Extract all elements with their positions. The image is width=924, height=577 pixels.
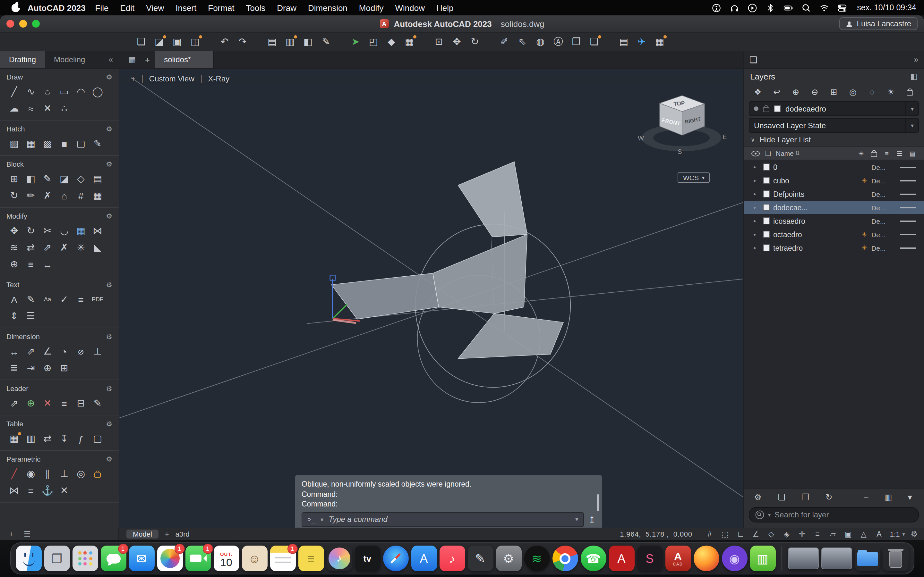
count-icon[interactable]: # — [73, 188, 89, 203]
layer-color-swatch[interactable] — [760, 218, 772, 224]
batch-plot-icon[interactable]: ▥ — [282, 34, 298, 49]
dock-contacts[interactable]: ☺ — [242, 546, 267, 571]
grid-display-icon[interactable]: # — [704, 529, 715, 539]
gear-icon[interactable]: ⚙ — [106, 332, 112, 341]
collapse-rows-icon[interactable]: − — [859, 489, 874, 504]
annotation-scale-dropdown[interactable]: 1:1 ▾ — [890, 530, 905, 538]
baseline-dimension-icon[interactable]: ≣ — [6, 360, 22, 376]
share-command-icon[interactable]: ↥ — [588, 514, 596, 524]
equal-constraint-icon[interactable]: = — [23, 483, 39, 498]
rotate-icon[interactable]: ↻ — [23, 223, 39, 239]
open-icon[interactable]: ◪ — [152, 34, 167, 49]
pan-icon[interactable]: ✥ — [449, 34, 465, 49]
tab-solidos[interactable]: solidos* — [155, 51, 213, 68]
apple-menu-icon[interactable] — [11, 3, 20, 12]
pdf-import-icon[interactable]: PDF — [90, 292, 105, 307]
menu-draw[interactable]: Draw — [271, 3, 302, 13]
multileader-icon[interactable]: ⇗ — [6, 396, 22, 411]
new-layout-button[interactable]: + — [165, 530, 169, 538]
solid-fill-icon[interactable]: ■ — [57, 136, 72, 151]
layer-color-swatch[interactable] — [760, 231, 772, 238]
lock-constraint-icon[interactable] — [90, 466, 105, 482]
layers-stack-icon[interactable]: ❏ — [750, 55, 758, 65]
ellipse-icon[interactable]: ◯ — [90, 84, 105, 99]
command-line-panel[interactable]: Oblique, non-uniformly scaled objects we… — [295, 475, 602, 528]
block-construct-icon[interactable]: ▦ — [90, 188, 105, 203]
menu-file[interactable]: File — [89, 3, 115, 13]
hide-layer-list-toggle[interactable]: ∨ Hide Layer List — [744, 133, 924, 146]
collapse-sidebar-button[interactable]: « — [103, 55, 119, 64]
delete-layer-icon[interactable]: ⊖ — [807, 84, 822, 99]
revision-cloud-icon[interactable]: ☁ — [6, 101, 22, 116]
model-viewport[interactable]: + | Custom View | X-Ray W S E — [120, 69, 743, 528]
gear-icon[interactable]: ⚙ — [106, 73, 112, 81]
move-icon[interactable]: ✥ — [6, 223, 22, 239]
gear-icon[interactable]: ⚙ — [106, 420, 112, 428]
linear-dimension-icon[interactable]: ↔ — [6, 343, 22, 359]
accessibility-icon[interactable] — [711, 3, 721, 13]
undock-panel-icon[interactable]: ◧ — [910, 72, 918, 81]
close-window-button[interactable] — [6, 20, 14, 27]
layer-color-swatch[interactable] — [760, 163, 772, 171]
add-leader-icon[interactable]: ⊕ — [23, 396, 39, 411]
symmetric-constraint-icon[interactable]: ⋈ — [6, 483, 22, 498]
center-mark-icon[interactable]: ⊕ — [40, 360, 55, 376]
geolocation-icon[interactable]: ◍ — [533, 34, 548, 49]
dock-trash[interactable] — [883, 546, 908, 571]
layer-state-dropdown[interactable]: Unsaved Layer State ▾ — [749, 118, 919, 133]
dock-chrome[interactable] — [552, 546, 578, 571]
selection-cycling-icon[interactable]: ▣ — [843, 529, 853, 539]
viewcube[interactable]: W S E TOP FRONT RIGHT — [635, 87, 732, 158]
undo-icon[interactable]: ↶ — [217, 34, 232, 49]
menu-view[interactable]: View — [140, 3, 170, 13]
viewcube-south[interactable]: S — [678, 148, 682, 155]
dock-spotify[interactable]: ≋ — [524, 546, 549, 571]
layer-color-swatch[interactable] — [760, 204, 772, 211]
columns-caret-icon[interactable]: ▾ — [902, 489, 918, 504]
etransmit-icon[interactable]: ➤ — [348, 34, 363, 49]
dock-window-preview-2[interactable] — [821, 548, 852, 569]
annotation-scale-sync-icon[interactable]: △ — [859, 529, 869, 539]
array-icon[interactable]: ▦ — [73, 223, 89, 239]
dock-firefox[interactable] — [693, 546, 719, 571]
arc-icon[interactable]: ◠ — [73, 84, 89, 99]
dwg-compare-icon[interactable]: ❏ — [586, 34, 602, 49]
layer-row-0[interactable]: ●0De... — [744, 160, 924, 174]
edit-text-icon[interactable]: ✎ — [23, 292, 39, 307]
headphones-icon[interactable] — [729, 3, 739, 13]
layout-name[interactable]: a3rd — [176, 530, 190, 538]
erase-icon[interactable]: ✗ — [57, 240, 72, 255]
save-as-icon[interactable]: ◫ — [187, 34, 203, 49]
dock-launchpad[interactable] — [72, 546, 98, 571]
dock-stickies[interactable]: ≡ — [298, 546, 324, 571]
new-layer-icon[interactable]: ⊕ — [788, 84, 804, 99]
menu-insert[interactable]: Insert — [170, 3, 202, 13]
dock-whatsapp[interactable]: ☎ — [580, 546, 606, 571]
dock-music[interactable]: ♪ — [439, 546, 465, 571]
recent-commands-icon[interactable]: ∨ — [320, 516, 324, 522]
panel-expand-icon[interactable]: » — [914, 55, 918, 64]
wifi-icon[interactable] — [819, 3, 829, 13]
menu-window[interactable]: Window — [389, 3, 431, 13]
plot-preview-icon[interactable]: ◧ — [300, 34, 316, 49]
trim-icon[interactable]: ✂ — [40, 223, 55, 239]
zoom-window-icon[interactable]: ⊡ — [431, 34, 447, 49]
spline-icon[interactable]: ≈ — [23, 101, 39, 116]
layer-row-tetraedro[interactable]: ●tetraedro☀De... — [744, 241, 924, 255]
dock-autocad[interactable]: ACAD — [665, 546, 691, 571]
model-tab[interactable]: Model — [126, 530, 158, 538]
new-drawing-icon[interactable]: ❏ — [134, 34, 149, 49]
column-lineweight[interactable]: ≡ — [880, 150, 893, 157]
fix-constraint-icon[interactable]: ⚓ — [40, 483, 55, 498]
viewport-visual-style-control[interactable]: X-Ray — [208, 74, 230, 83]
insert-block-icon[interactable]: ⊞ — [6, 171, 22, 187]
columns-menu-icon[interactable]: ▥ — [880, 489, 896, 504]
menu-help[interactable]: Help — [431, 3, 459, 13]
menu-edit[interactable]: Edit — [115, 3, 141, 13]
layer-states-icon[interactable]: ↻ — [821, 489, 837, 504]
dock-notes[interactable]: 1 — [270, 546, 296, 571]
chevron-down-icon[interactable]: ▾ — [768, 512, 771, 518]
object-snap-icon[interactable]: ◈ — [782, 529, 792, 539]
gear-icon[interactable]: ⚙ — [106, 212, 112, 220]
dock-tor-browser[interactable]: ◉ — [722, 546, 747, 571]
